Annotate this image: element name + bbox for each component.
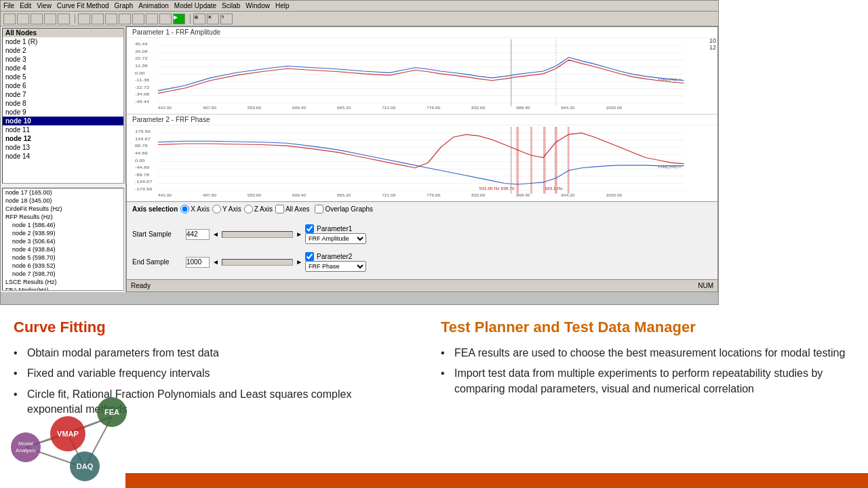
- start-sample-input[interactable]: [186, 229, 210, 240]
- svg-text:609.40: 609.40: [292, 194, 307, 197]
- menu-scilab[interactable]: Scilab: [222, 2, 240, 9]
- svg-text:442.00: 442.00: [158, 106, 172, 110]
- node-10[interactable]: node 10: [3, 117, 123, 125]
- svg-text:45.44: 45.44: [135, 42, 148, 46]
- diagram: VMAP FEA DAQ Modal Analysis: [7, 380, 129, 481]
- right-arrow[interactable]: ►: [296, 230, 302, 238]
- zaxis-radio[interactable]: Z Axis: [244, 205, 273, 214]
- overlap-check[interactable]: Overlap Graphs: [315, 205, 373, 214]
- svg-text:DAQ: DAQ: [77, 462, 94, 470]
- toolbar-btn-11[interactable]: [146, 14, 158, 24]
- menu-view[interactable]: View: [37, 2, 52, 9]
- node-9[interactable]: node 9: [3, 108, 123, 117]
- graph-amplitude: Parameter 1 - FRF Amplitude 45.44 34.08 …: [127, 27, 717, 115]
- graph-area: Parameter 1 - FRF Amplitude 45.44 34.08 …: [126, 26, 718, 292]
- svg-text:-11.36: -11.36: [135, 78, 150, 82]
- curve-fitting-title: Curve Fitting: [14, 319, 400, 336]
- node-2[interactable]: node 2: [3, 46, 123, 55]
- end-sample-input[interactable]: [186, 257, 210, 268]
- mode-list[interactable]: node 17 (165.00) node 18 (345.00) CirdeF…: [2, 188, 124, 291]
- svg-text:FEA: FEA: [104, 408, 119, 416]
- node-12[interactable]: node 12: [3, 134, 123, 143]
- status-num: NUM: [698, 282, 713, 289]
- allaxes-check[interactable]: All Axes: [275, 205, 310, 214]
- toolbar-btn-8[interactable]: [105, 14, 117, 24]
- node-7[interactable]: node 7: [3, 90, 123, 99]
- node-8[interactable]: node 8: [3, 99, 123, 108]
- end-right-arrow[interactable]: ►: [296, 258, 302, 266]
- param2-label: Parameter2: [317, 253, 352, 260]
- node-1r[interactable]: node 1 (R): [3, 37, 123, 46]
- toolbar-btn-6[interactable]: [78, 14, 90, 24]
- toolbar-btn-14[interactable]: ⊕: [193, 14, 205, 24]
- menu-edit[interactable]: Edit: [20, 2, 31, 9]
- menu-modelupdate[interactable]: Model Update: [174, 2, 216, 9]
- toolbar-btn-15[interactable]: ✕: [207, 14, 219, 24]
- start-sample-label: Start Sample: [132, 230, 183, 238]
- menu-file[interactable]: File: [3, 2, 14, 9]
- graph-phase-title: Parameter 2 - FRF Phase: [127, 115, 717, 125]
- menu-graph[interactable]: Graph: [115, 2, 134, 9]
- param2-check[interactable]: [305, 252, 314, 261]
- node-list[interactable]: All Nodes node 1 (R) node 2 node 3 node …: [2, 28, 124, 184]
- graph-phase: Parameter 2 - FRF Phase 179.56 134.67 89…: [127, 115, 717, 201]
- axis-label: Axis selection: [132, 205, 178, 213]
- svg-text:-44.89: -44.89: [135, 165, 150, 169]
- svg-text:442.00: 442.00: [158, 194, 172, 197]
- menubar[interactable]: File Edit View Curve Fit Method Graph An…: [1, 1, 718, 12]
- tp-bullet-2: Import test data from multiple experimen…: [441, 366, 848, 396]
- node-3[interactable]: node 3: [3, 55, 123, 64]
- param1-select[interactable]: FRF Amplitude: [305, 233, 366, 244]
- toolbar-btn-12[interactable]: [159, 14, 172, 24]
- tp-bullet-1: FEA results are used to choose the best …: [441, 346, 848, 361]
- start-slider[interactable]: [222, 231, 293, 238]
- end-left-arrow[interactable]: ◄: [212, 258, 219, 266]
- node-14[interactable]: node 14: [3, 152, 123, 161]
- left-arrow[interactable]: ◄: [212, 230, 219, 238]
- toolbar-btn-16[interactable]: ?: [220, 14, 233, 24]
- toolbar-btn-7[interactable]: [92, 14, 104, 24]
- svg-text:-193.1 Hz: -193.1 Hz: [543, 186, 563, 190]
- node-5[interactable]: node 5: [3, 73, 123, 81]
- toolbar-btn-13[interactable]: ▶: [173, 14, 185, 24]
- menu-curvefit[interactable]: Curve Fit Method: [57, 2, 109, 9]
- svg-text:721.00: 721.00: [382, 106, 396, 110]
- svg-text:944.20: 944.20: [561, 194, 575, 197]
- toolbar-btn-4[interactable]: [44, 14, 56, 24]
- toolbar-btn-3[interactable]: [31, 14, 43, 24]
- svg-text:44.89: 44.89: [135, 151, 148, 155]
- toolbar-btn-10[interactable]: [132, 14, 144, 24]
- menu-animation[interactable]: Animation: [138, 2, 168, 9]
- menu-help[interactable]: Help: [275, 2, 290, 9]
- svg-text:134.67: 134.67: [135, 136, 151, 140]
- test-planner-bullets: FEA results are used to choose the best …: [441, 346, 848, 396]
- svg-text:Analysis: Analysis: [16, 447, 36, 453]
- bullet-1: Obtain modal parameters from test data: [14, 346, 400, 361]
- node-4[interactable]: node 4: [3, 64, 123, 73]
- yaxis-radio[interactable]: Y Axis: [212, 205, 241, 214]
- toolbar-btn-1[interactable]: [3, 14, 16, 24]
- end-slider[interactable]: [222, 259, 293, 266]
- menu-window[interactable]: Window: [245, 2, 270, 9]
- toolbar-btn-9[interactable]: [119, 14, 131, 24]
- svg-text:VMAP: VMAP: [57, 430, 79, 438]
- xaxis-radio[interactable]: X Axis: [180, 205, 210, 214]
- svg-text:0.00: 0.00: [135, 158, 145, 162]
- svg-text:888.40: 888.40: [516, 194, 530, 197]
- toolbar-btn-5[interactable]: [58, 14, 70, 24]
- node-13[interactable]: node 13: [3, 143, 123, 152]
- node-6[interactable]: node 6: [3, 81, 123, 90]
- svg-text:944.20: 944.20: [561, 106, 575, 110]
- toolbar-btn-2[interactable]: [17, 14, 29, 24]
- param2-select[interactable]: FRF Phase: [305, 261, 366, 272]
- node-11[interactable]: node 11: [3, 125, 123, 134]
- svg-text:-34.08: -34.08: [135, 92, 150, 96]
- controls-bar: Axis selection X Axis Y Axis Z Axis All …: [127, 201, 717, 279]
- svg-text:609.40: 609.40: [292, 106, 307, 110]
- app-main: All Nodes node 1 (R) node 2 node 3 node …: [1, 26, 718, 292]
- svg-text:Freq.(Hz)->: Freq.(Hz)->: [658, 165, 682, 168]
- param1-check[interactable]: [305, 224, 314, 233]
- svg-text:179.56: 179.56: [135, 129, 151, 134]
- right-content: Test Planner and Test Data Manager FEA r…: [420, 305, 868, 488]
- param1-section: Parameter1 FRF Amplitude: [305, 224, 387, 244]
